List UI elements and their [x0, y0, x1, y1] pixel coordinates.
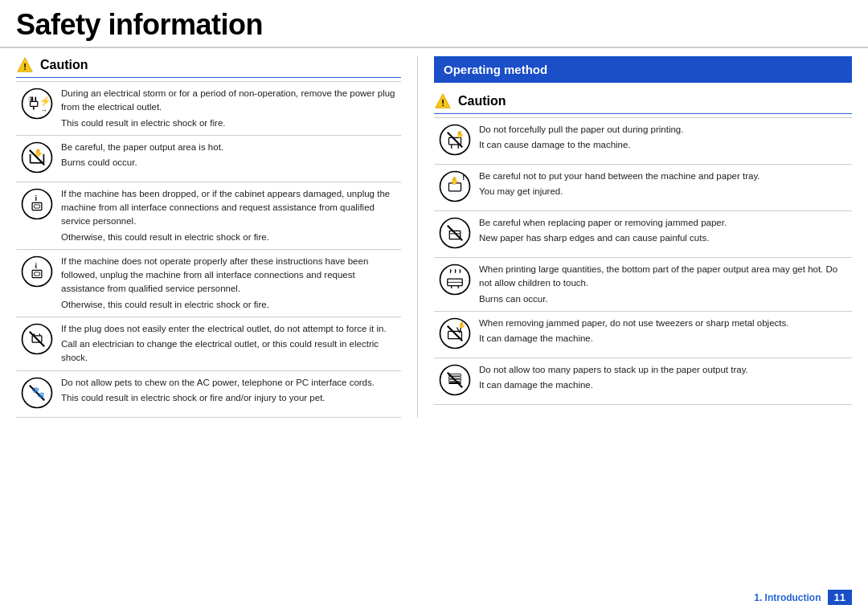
text-cell: If the machine has been dropped, or if t…	[58, 182, 401, 249]
table-row: If the plug does not easily enter the el…	[16, 317, 401, 370]
svg-text:✋: ✋	[456, 130, 465, 139]
no-paper-replace-icon	[438, 216, 472, 250]
row-secondary-text: Burns can occur.	[479, 292, 849, 306]
svg-point-48	[440, 265, 470, 295]
lightning-plug-icon: ① ⚡ →	[20, 87, 54, 121]
table-row: ✋ When removing jammed paper, do not use…	[434, 311, 852, 358]
text-cell: Do not allow pets to chew on the AC powe…	[58, 370, 401, 417]
left-caution-table: ① ⚡ → During an electrical storm or for …	[16, 81, 401, 418]
svg-rect-18	[32, 202, 42, 210]
text-cell: If the plug does not easily enter the el…	[58, 317, 401, 370]
left-caution-label: Caution	[40, 58, 88, 72]
footer-section-text: 1. Introduction	[754, 592, 821, 603]
icon-cell: 🐾	[16, 370, 58, 417]
no-plug-icon	[20, 322, 54, 356]
info-machine-icon2: i	[20, 255, 54, 288]
text-cell: Be careful when replacing paper or remov…	[476, 211, 852, 258]
icon-cell: i	[16, 249, 58, 317]
page-header: Safety information	[0, 0, 868, 48]
text-cell: Be careful, the paper output area is hot…	[58, 135, 401, 182]
svg-text:!: !	[441, 98, 444, 108]
icon-cell	[434, 258, 476, 312]
icon-cell	[434, 211, 476, 258]
svg-text:i: i	[35, 262, 37, 270]
table-row: When printing large quantities, the bott…	[434, 258, 852, 312]
row-secondary-text: Otherwise, this could result in electric…	[61, 231, 398, 244]
row-secondary-text: This could result in electric shock or f…	[61, 116, 398, 130]
no-tweezers-icon: ✋	[438, 317, 472, 350]
table-row: i If the machine does not operate proper…	[16, 249, 401, 317]
icon-cell	[16, 317, 58, 370]
left-caution-heading: ! Caution	[16, 56, 401, 78]
text-cell: Do not forcefully pull the paper out dur…	[476, 118, 852, 165]
row-secondary-text: It can damage the machine.	[479, 332, 849, 345]
svg-rect-19	[35, 205, 40, 208]
row-primary-text: When removing jammed paper, do not use t…	[479, 317, 849, 330]
table-row: ✋ ! Be careful not to put your hand betw…	[434, 165, 852, 211]
row-primary-text: Be careful when replacing paper or remov…	[479, 216, 849, 230]
text-cell: When removing jammed paper, do not use t…	[476, 311, 852, 358]
text-cell: Do not allow too many papers to stack up…	[476, 358, 852, 404]
page-footer: 1. Introduction 11	[754, 590, 852, 605]
svg-rect-22	[32, 270, 42, 277]
row-secondary-text: Otherwise, this could result in electric…	[61, 298, 398, 312]
row-primary-text: If the machine has been dropped, or if t…	[61, 187, 398, 229]
svg-rect-63	[448, 377, 461, 379]
footer-page-number: 11	[828, 590, 852, 605]
icon-cell: ① ⚡ →	[16, 82, 58, 136]
right-caution-label: Caution	[458, 94, 506, 108]
icon-cell: ✋	[434, 311, 476, 358]
row-secondary-text: New paper has sharp edges and can cause …	[479, 231, 849, 245]
icon-cell: ✋	[434, 118, 476, 165]
table-row: Do not allow too many papers to stack up…	[434, 358, 852, 404]
page-title: Safety information	[16, 8, 852, 42]
text-cell: During an electrical storm or for a peri…	[58, 82, 401, 136]
row-secondary-text: It can cause damage to the machine.	[479, 138, 849, 152]
svg-text:!: !	[462, 174, 465, 182]
icon-cell	[434, 358, 476, 404]
table-row: Be careful when replacing paper or remov…	[434, 211, 852, 258]
table-row: ✋ Do not forcefully pull the paper out d…	[434, 118, 852, 165]
table-row: 🐾 Do not allow pets to chew on the AC po…	[16, 370, 401, 417]
row-primary-text: During an electrical storm or for a peri…	[61, 87, 398, 115]
row-primary-text: Do not allow too many papers to stack up…	[479, 363, 849, 377]
info-machine-icon: i	[20, 187, 54, 221]
svg-text:🐾: 🐾	[31, 386, 45, 399]
icon-cell: ✋	[16, 135, 58, 182]
table-row: ✋ Be careful, the paper output area is h…	[16, 135, 401, 182]
svg-text:✋: ✋	[450, 176, 460, 186]
svg-text:!: !	[23, 62, 27, 72]
row-primary-text: Be careful not to put your hand between …	[479, 170, 849, 183]
right-column: Operating method ! Caution	[418, 56, 868, 418]
left-column: ! Caution ① ⚡ →	[0, 56, 418, 418]
row-primary-text: If the plug does not easily enter the el…	[61, 322, 398, 336]
content-wrapper: ! Caution ① ⚡ →	[0, 48, 868, 418]
row-primary-text: Do not allow pets to chew on the AC powe…	[61, 376, 398, 390]
svg-text:→: →	[40, 106, 47, 114]
operating-method-header: Operating method	[434, 56, 852, 83]
row-secondary-text: This could result in electric shock or f…	[61, 391, 398, 405]
svg-text:⚡: ⚡	[39, 96, 51, 107]
hot-steam-icon	[438, 263, 472, 296]
svg-rect-61	[448, 382, 461, 384]
text-cell: Be careful not to put your hand between …	[476, 165, 852, 211]
no-pets-icon: 🐾	[20, 376, 54, 410]
table-row: ① ⚡ → During an electrical storm or for …	[16, 82, 401, 136]
text-cell: If the machine does not operate properly…	[58, 249, 401, 317]
warning-triangle-icon-right: !	[434, 92, 452, 110]
row-primary-text: Do not forcefully pull the paper out dur…	[479, 123, 849, 137]
svg-text:i: i	[35, 194, 37, 202]
table-row: i If the machine has been dropped, or if…	[16, 182, 401, 249]
row-secondary-text: It can damage the machine.	[479, 378, 849, 392]
hand-tray-icon: ✋ !	[438, 170, 472, 203]
icon-cell: i	[16, 182, 58, 249]
no-stack-icon	[438, 363, 472, 397]
warning-triangle-icon: !	[16, 56, 34, 74]
right-caution-heading: ! Caution	[434, 92, 852, 114]
row-secondary-text: Burns could occur.	[61, 156, 398, 170]
row-secondary-text: Call an electrician to change the electr…	[61, 337, 398, 366]
row-primary-text: Be careful, the paper output area is hot…	[61, 141, 398, 154]
svg-text:✋: ✋	[458, 321, 466, 329]
text-cell: When printing large quantities, the bott…	[476, 258, 852, 312]
row-secondary-text: You may get injured.	[479, 185, 849, 198]
